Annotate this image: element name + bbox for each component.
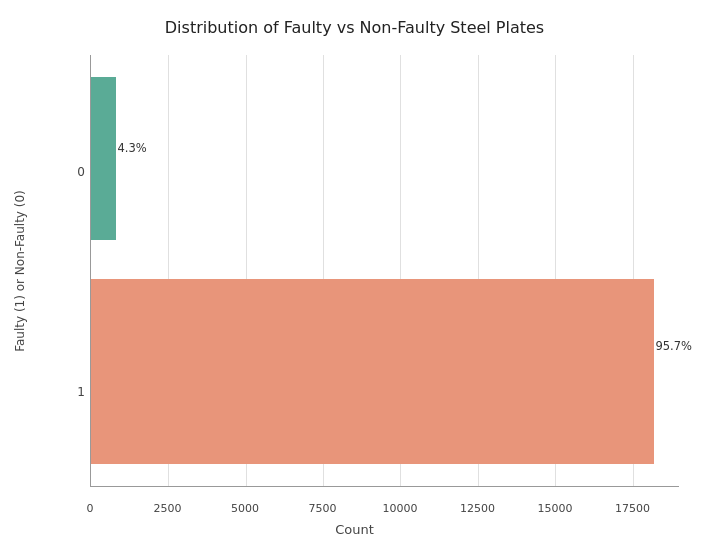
x-ticks: 0 2500 5000 7500 10000 12500 15000 17500 [90, 495, 679, 515]
bar-0 [91, 77, 116, 241]
bar-1-label: 95.7% [655, 339, 692, 353]
bar-1 [91, 279, 654, 464]
x-tick-17500: 17500 [615, 502, 650, 515]
x-tick-5000: 5000 [231, 502, 259, 515]
y-tick-0: 0 [77, 165, 85, 179]
y-ticks: 0 1 [55, 55, 90, 487]
chart-container: Distribution of Faulty vs Non-Faulty Ste… [0, 0, 709, 557]
chart-title: Distribution of Faulty vs Non-Faulty Ste… [0, 18, 709, 37]
x-tick-7500: 7500 [308, 502, 336, 515]
x-tick-0: 0 [87, 502, 94, 515]
bar-0-label: 4.3% [117, 141, 146, 155]
chart-area: 4.3% 95.7% [90, 55, 679, 487]
y-tick-1: 1 [77, 385, 85, 399]
x-axis-label: Count [0, 522, 709, 537]
x-tick-10000: 10000 [382, 502, 417, 515]
y-axis-label: Faulty (1) or Non-Faulty (0) [10, 55, 30, 487]
x-tick-2500: 2500 [154, 502, 182, 515]
x-tick-15000: 15000 [538, 502, 573, 515]
x-tick-12500: 12500 [460, 502, 495, 515]
